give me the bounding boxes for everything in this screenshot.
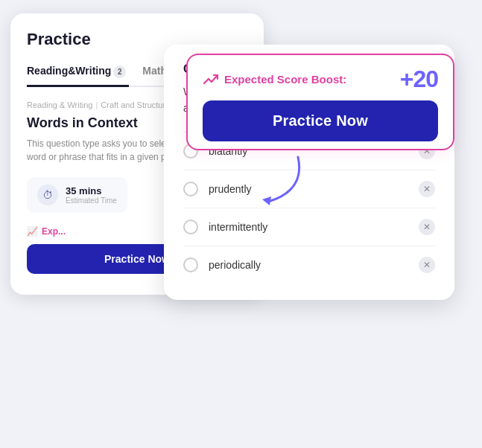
radio-d[interactable] <box>183 257 198 272</box>
time-value: 35 mins <box>66 185 117 196</box>
boost-label-row: Expected Score Boost: <box>203 71 346 88</box>
tab-reading-writing[interactable]: Reading&Writing2 <box>27 60 129 87</box>
answer-item-c[interactable]: intermittently ✕ <box>183 208 435 246</box>
dismiss-d-icon[interactable]: ✕ <box>419 257 435 273</box>
answer-text-d: periodically <box>209 259 261 271</box>
answer-text-c: intermittently <box>209 221 267 233</box>
trending-up-icon: 📈 <box>27 226 38 237</box>
dismiss-c-icon[interactable]: ✕ <box>419 219 435 235</box>
boost-row: Expected Score Boost: +20 <box>203 65 438 93</box>
curved-arrow <box>246 146 313 213</box>
svg-marker-0 <box>262 196 271 205</box>
time-label: Estimated Time <box>66 196 117 205</box>
dismiss-b-icon[interactable]: ✕ <box>419 181 435 197</box>
breadcrumb-topic: Craft and Structur... <box>101 100 171 109</box>
breadcrumb-sep: | <box>95 100 98 109</box>
trending-up-icon <box>203 71 219 88</box>
tab-reading-writing-badge: 2 <box>113 65 126 78</box>
boost-panel: Expected Score Boost: +20 Practice Now <box>186 54 454 150</box>
time-estimate: ⏱ 35 mins Estimated Time <box>27 177 127 213</box>
radio-b[interactable] <box>183 182 198 196</box>
time-info: 35 mins Estimated Time <box>66 185 117 205</box>
tab-reading-writing-label: Reading&Writing <box>27 65 111 77</box>
boost-mini-label: Exp... <box>42 226 66 237</box>
breadcrumb-section: Reading & Writing <box>27 100 92 109</box>
clock-icon: ⏱ <box>37 185 58 205</box>
radio-c[interactable] <box>183 220 198 234</box>
answer-text-b: prudently <box>209 183 252 195</box>
boost-value: +20 <box>400 65 438 93</box>
boost-label-text: Expected Score Boost: <box>224 73 346 86</box>
answer-item-d[interactable]: periodically ✕ <box>183 246 435 284</box>
practice-now-button[interactable]: Practice Now <box>203 100 438 141</box>
